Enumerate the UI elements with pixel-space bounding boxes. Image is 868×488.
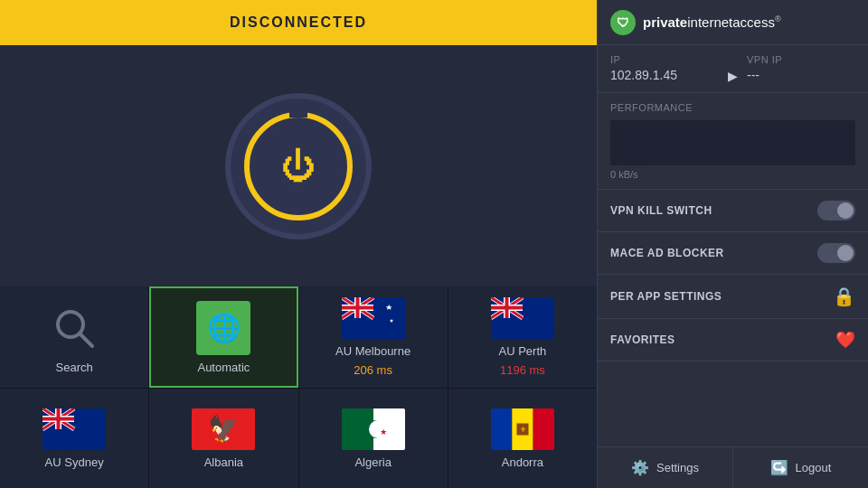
right-content: IP 102.89.1.45 ▶ VPN IP --- PERFORMANCE …	[598, 45, 868, 446]
svg-rect-33	[42, 417, 74, 420]
connection-status: DISCONNECTED	[230, 14, 367, 31]
au-flag-perth-icon	[491, 297, 554, 339]
au-sydney-label: AU Sydney	[45, 455, 104, 469]
perf-chart	[610, 120, 855, 165]
perf-label: PERFORMANCE	[610, 102, 855, 113]
au-flag-sydney-icon	[42, 408, 106, 450]
pia-brand-bold: private	[643, 14, 687, 30]
flag-andorra: ⚜	[491, 408, 554, 450]
andorra-flag-icon: ⚜	[491, 408, 554, 450]
automatic-label: Automatic	[197, 361, 250, 374]
search-label: Search	[56, 361, 93, 374]
left-panel: DISCONNECTED ⏻ Search 🌐 Automatic	[0, 0, 597, 488]
kill-switch-label: VPN KILL SWITCH	[610, 204, 712, 217]
perf-value: 0 kB/s	[610, 169, 855, 180]
power-ring: ⏻	[244, 112, 353, 221]
svg-rect-43	[533, 408, 553, 450]
status-bar: DISCONNECTED	[0, 0, 597, 45]
au-sydney-cell[interactable]: AU Sydney	[0, 389, 148, 488]
albania-flag-icon: 🦅	[192, 408, 255, 450]
favorites-row[interactable]: FAVORITES ❤️	[598, 319, 868, 361]
settings-label: Settings	[656, 461, 699, 474]
flag-au-sydney	[42, 408, 106, 450]
search-icon	[51, 305, 98, 352]
ip-col: IP 102.89.1.45	[610, 54, 719, 82]
flag-au-perth	[491, 297, 554, 339]
pia-logo-icon: 🛡	[617, 15, 629, 30]
logout-icon: ↪️	[770, 459, 788, 476]
au-flag-icon	[342, 297, 405, 339]
kill-switch-toggle[interactable]	[817, 201, 855, 221]
performance-section: PERFORMANCE 0 kB/s	[598, 93, 868, 190]
search-cell[interactable]: Search	[0, 286, 148, 388]
vpn-ip-value: ---	[747, 68, 855, 82]
au-perth-latency: 1196 ms	[500, 363, 545, 377]
svg-text:⚜: ⚜	[519, 426, 525, 434]
flag-au-melbourne	[342, 297, 405, 339]
svg-text:🦅: 🦅	[208, 414, 240, 444]
algeria-flag-icon	[342, 408, 405, 450]
heart-icon: ❤️	[835, 330, 855, 350]
flag-albania: 🦅	[192, 408, 255, 450]
svg-rect-41	[491, 408, 512, 450]
power-area: ⏻	[0, 45, 597, 286]
right-panel: 🛡 privateinternetaccess® IP 102.89.1.45 …	[597, 0, 868, 488]
favorites-label: FAVORITES	[610, 333, 675, 346]
albania-cell[interactable]: 🦅 Albania	[149, 389, 297, 488]
mace-toggle[interactable]	[817, 243, 855, 263]
algeria-cell[interactable]: Algeria	[299, 389, 448, 488]
svg-rect-23	[491, 306, 523, 310]
andorra-cell[interactable]: ⚜ Andorra	[448, 389, 597, 488]
svg-rect-11	[342, 306, 373, 310]
power-icon: ⏻	[281, 149, 316, 183]
ip-value: 102.89.1.45	[610, 68, 719, 82]
mace-row[interactable]: MACE AD BLOCKER	[598, 232, 868, 275]
server-grid: Search 🌐 Automatic	[0, 286, 597, 488]
automatic-cell[interactable]: 🌐 Automatic	[149, 286, 297, 388]
au-perth-cell[interactable]: AU Perth 1196 ms	[448, 286, 597, 388]
andorra-label: Andorra	[502, 455, 543, 469]
albania-label: Albania	[204, 455, 243, 469]
lock-icon: 🔒	[833, 286, 855, 307]
au-melbourne-cell[interactable]: AU Melbourne 206 ms	[299, 286, 448, 388]
pia-brand: privateinternetaccess®	[643, 14, 781, 30]
per-app-row[interactable]: PER APP SETTINGS 🔒	[598, 275, 868, 319]
power-button[interactable]: ⏻	[231, 99, 366, 234]
svg-point-39	[369, 420, 387, 438]
mace-label: MACE AD BLOCKER	[610, 247, 724, 259]
per-app-label: PER APP SETTINGS	[610, 290, 722, 303]
flag-algeria	[342, 408, 405, 450]
au-melbourne-latency: 206 ms	[354, 363, 392, 377]
bottom-bar: ⚙️ Settings ↪️ Logout	[598, 446, 868, 488]
settings-button[interactable]: ⚙️ Settings	[598, 447, 732, 488]
au-perth-label: AU Perth	[499, 344, 547, 358]
pia-brand-suffix: ®	[775, 14, 781, 23]
svg-line-1	[80, 333, 92, 346]
ip-label: IP	[610, 54, 719, 65]
ip-info-row: IP 102.89.1.45 ▶ VPN IP ---	[598, 45, 868, 93]
kill-switch-row[interactable]: VPN KILL SWITCH	[598, 190, 868, 232]
pia-brand-light: internetaccess	[687, 14, 775, 30]
vpn-ip-label: VPN IP	[747, 54, 855, 65]
algeria-label: Algeria	[354, 455, 391, 469]
automatic-icon: 🌐	[196, 301, 250, 355]
logout-button[interactable]: ↪️ Logout	[733, 447, 868, 488]
pia-header: 🛡 privateinternetaccess®	[598, 0, 868, 45]
vpn-ip-col: VPN IP ---	[747, 54, 855, 82]
arrow-icon: ▶	[728, 69, 738, 83]
pia-logo: 🛡	[610, 10, 636, 35]
logout-label: Logout	[796, 461, 832, 474]
search-icon-wrap	[47, 301, 101, 355]
settings-icon: ⚙️	[631, 459, 649, 476]
au-melbourne-label: AU Melbourne	[335, 344, 410, 358]
